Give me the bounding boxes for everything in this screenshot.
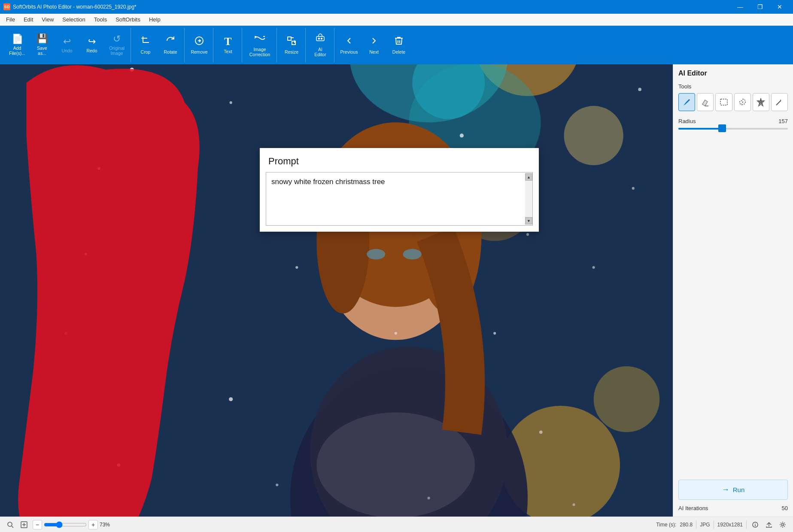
- brush-tool-button[interactable]: [678, 93, 695, 111]
- resize-button[interactable]: Resize: [280, 29, 304, 61]
- toolbar: 📄 AddFile(s)... 💾 Saveas... ↩ Undo ↪ Red…: [0, 26, 793, 64]
- ai-editor-label: AIEditor: [314, 47, 326, 57]
- close-button[interactable]: ✕: [770, 0, 790, 14]
- save-as-icon: 💾: [36, 34, 48, 44]
- image-correction-label: ImageCorrection: [249, 47, 270, 57]
- toolbar-group-transform: Crop Rotate: [132, 28, 185, 62]
- prompt-textarea-wrap: ▲ ▼: [266, 172, 533, 226]
- run-label: Run: [733, 486, 745, 493]
- toolbar-group-ai: AIEditor: [307, 28, 334, 62]
- slider-fill: [678, 128, 722, 130]
- magic-wand-tool-button[interactable]: [771, 93, 788, 111]
- original-image-button[interactable]: ↺ OriginalImage: [105, 29, 129, 61]
- undo-button[interactable]: ↩ Undo: [55, 29, 79, 61]
- photo-canvas: [0, 64, 673, 517]
- toolbar-group-resize: Resize: [278, 28, 306, 62]
- prompt-input[interactable]: [266, 172, 532, 224]
- crop-icon: [140, 36, 151, 48]
- lasso-tool-button[interactable]: [734, 93, 751, 111]
- maximize-button[interactable]: ❐: [750, 0, 770, 14]
- tools-label: Tools: [678, 83, 788, 90]
- radius-label: Radius: [678, 118, 696, 124]
- svg-point-45: [8, 522, 12, 526]
- previous-button[interactable]: Previous: [337, 29, 361, 61]
- svg-point-3: [321, 38, 322, 39]
- eraser-tool-button[interactable]: [697, 93, 714, 111]
- ai-editor-icon: [315, 33, 325, 45]
- panel-spacer: [678, 138, 788, 480]
- svg-point-33: [592, 266, 595, 269]
- menu-edit[interactable]: Edit: [19, 15, 37, 24]
- menu-selection[interactable]: Selection: [58, 15, 89, 24]
- star-tool-button[interactable]: [753, 93, 769, 111]
- add-files-icon: 📄: [12, 34, 23, 44]
- toolbar-group-text: T Text: [214, 28, 242, 62]
- svg-point-21: [403, 249, 422, 260]
- image-correction-button[interactable]: ImageCorrection: [245, 29, 275, 61]
- next-icon: [369, 36, 379, 48]
- prompt-scrollbar: ▲ ▼: [525, 172, 532, 225]
- zoom-minus-button[interactable]: −: [33, 520, 42, 529]
- minimize-button[interactable]: —: [730, 0, 750, 14]
- app-icon: SO: [3, 3, 10, 10]
- delete-button[interactable]: Delete: [387, 29, 411, 61]
- run-button[interactable]: → Run: [678, 480, 788, 500]
- save-as-button[interactable]: 💾 Saveas...: [30, 29, 54, 61]
- text-button[interactable]: T Text: [216, 29, 240, 61]
- save-as-label: Saveas...: [37, 45, 47, 56]
- main-area: Prompt ▲ ▼ AI Editor Tools: [0, 64, 793, 517]
- image-dimensions: 1920x1281: [717, 522, 743, 528]
- crop-button[interactable]: Crop: [134, 29, 158, 61]
- zoom-fit-button[interactable]: [5, 520, 15, 530]
- ai-editor-button[interactable]: AIEditor: [308, 29, 332, 61]
- zoom-controls: − + 73%: [33, 520, 115, 529]
- svg-point-20: [367, 249, 385, 260]
- radius-row: Radius 157: [678, 118, 788, 124]
- radius-slider-container[interactable]: [678, 128, 788, 130]
- scroll-down-button[interactable]: ▼: [525, 217, 532, 224]
- settings-button[interactable]: [778, 520, 788, 530]
- rect-select-tool-button[interactable]: [715, 93, 732, 111]
- undo-icon: ↩: [63, 37, 71, 46]
- add-files-label: AddFile(s)...: [9, 45, 25, 56]
- run-arrow-icon: →: [722, 485, 729, 494]
- iterations-row: AI Iterations 50: [678, 505, 788, 511]
- menu-help[interactable]: Help: [145, 15, 165, 24]
- canvas-area[interactable]: Prompt ▲ ▼: [0, 64, 673, 517]
- svg-rect-44: [720, 99, 727, 105]
- toolbar-group-nav: Previous Next Delete: [335, 28, 413, 62]
- zoom-plus-button[interactable]: +: [88, 520, 98, 529]
- rotate-button[interactable]: Rotate: [158, 29, 182, 61]
- menu-file[interactable]: File: [2, 15, 19, 24]
- redo-button[interactable]: ↪ Redo: [80, 29, 104, 61]
- next-button[interactable]: Next: [362, 29, 386, 61]
- remove-icon: [194, 36, 204, 48]
- menu-view[interactable]: View: [37, 15, 58, 24]
- scroll-up-button[interactable]: ▲: [525, 173, 532, 181]
- slider-thumb[interactable]: [718, 124, 726, 132]
- original-image-icon: ↺: [113, 34, 121, 44]
- zoom-actual-button[interactable]: [19, 520, 29, 530]
- svg-point-36: [632, 187, 635, 190]
- status-divider-1: [696, 520, 696, 529]
- slider-track: [678, 128, 788, 130]
- rotate-label: Rotate: [164, 49, 177, 54]
- redo-label: Redo: [86, 48, 97, 53]
- zoom-slider[interactable]: [44, 521, 87, 528]
- svg-point-31: [493, 332, 496, 335]
- crop-label: Crop: [141, 49, 151, 54]
- status-divider-2: [714, 520, 714, 529]
- time-label: Time (s):: [656, 522, 676, 528]
- delete-icon: [394, 36, 404, 48]
- delete-label: Delete: [392, 49, 405, 54]
- menu-tools[interactable]: Tools: [90, 15, 111, 24]
- menu-softorbits[interactable]: SoftOrbits: [111, 15, 145, 24]
- redo-icon: ↪: [88, 37, 96, 46]
- share-button[interactable]: [764, 520, 774, 530]
- title-bar-controls: — ❐ ✕: [730, 0, 790, 14]
- add-files-button[interactable]: 📄 AddFile(s)...: [5, 29, 29, 61]
- title-bar: SO SoftOrbits AI Photo Editor - woman-60…: [0, 0, 793, 14]
- info-button[interactable]: [750, 520, 760, 530]
- remove-button[interactable]: Remove: [187, 29, 211, 61]
- original-image-label: OriginalImage: [109, 45, 125, 56]
